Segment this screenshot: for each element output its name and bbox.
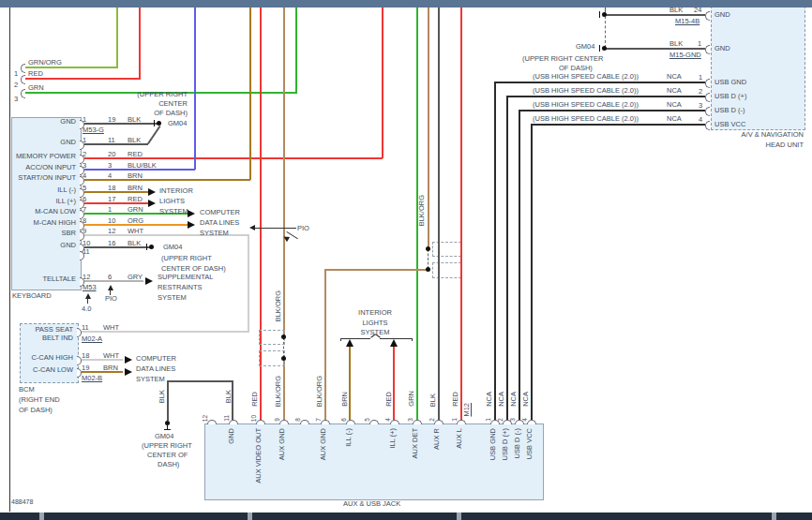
pio-arrow-line <box>255 228 296 229</box>
up-arrow-icon <box>390 339 398 347</box>
hu-pin-number: 24 <box>694 7 701 14</box>
bcm-title: (RIGHT END <box>19 396 60 404</box>
jack-pin-number: 8 <box>295 418 302 422</box>
jack-pin-bump <box>321 420 330 424</box>
usb-cable-note: (USB HIGH SPEED CABLE (2.0)) <box>533 115 639 123</box>
jack-pin-number: 1 <box>452 418 459 422</box>
edge-pin-bump <box>21 89 25 98</box>
wire-aux-gnd-9 <box>283 7 285 337</box>
kb-pin-label: GND <box>10 118 76 126</box>
wire-usb-d-plus <box>506 97 508 422</box>
wire-memory-power <box>382 7 383 158</box>
connector-m15-4b: M15-4B <box>675 18 699 25</box>
wire-color-label: NCA <box>667 115 682 123</box>
wire-jack-gnd <box>167 380 169 421</box>
jack-pin-bump <box>413 420 422 424</box>
interior-lights-system: LIGHTS <box>159 198 185 205</box>
wire-start-on-input <box>249 7 251 180</box>
kb-pin-label: START/ON INPUT <box>10 174 76 182</box>
usb-cable-note: (USB HIGH SPEED CABLE (2.0)) <box>533 101 639 109</box>
jack-pin-label: AUX L <box>456 428 463 449</box>
keyboard-title: KEYBOARD <box>12 292 52 300</box>
wire-gnd-16-blk <box>84 246 150 248</box>
hu-pin-number: 1 <box>698 40 701 48</box>
hu-pin-label: USB D (-) <box>714 107 745 114</box>
jack-pin-bump <box>527 420 536 424</box>
splice-tick <box>146 244 147 250</box>
jack-pin-number: 10 <box>251 415 258 422</box>
hu-pin-bump <box>705 79 710 88</box>
jack-pin-bump <box>346 420 355 424</box>
wire-red <box>139 7 141 80</box>
kb-pin-label: SBR <box>10 230 76 237</box>
brace <box>340 338 370 339</box>
gm04-location: (UPPER RIGHT <box>142 442 192 450</box>
window-bottom-bar[interactable] <box>0 513 812 520</box>
wire-color-label: BRN <box>341 392 349 407</box>
left-arrow-icon <box>249 225 255 230</box>
jack-pin-label: USB VCC <box>526 428 534 459</box>
connector-m12: M12 <box>463 403 471 417</box>
supplemental-restraints-system: RESTRAINTS <box>158 284 203 291</box>
wire-usb-d-plus <box>506 96 705 97</box>
hu-pin-number: 1 <box>699 74 702 82</box>
bcm-title: BCM <box>19 386 35 394</box>
jack-pin-number: 2 <box>498 418 504 422</box>
wire-gnd-diagonal <box>147 126 161 144</box>
edge-pin-number: 3 <box>14 96 18 103</box>
wire-sbr <box>248 234 249 332</box>
jack-pin-number: 7 <box>316 418 323 422</box>
jack-pin-label: USB D (-) <box>514 428 521 459</box>
wire-grn <box>295 7 297 94</box>
wire-mcan-high <box>84 224 188 226</box>
supplemental-restraints-system: SYSTEM <box>158 294 187 302</box>
wire-acc-on-input <box>84 169 195 171</box>
jack-pin-number: 3 <box>408 418 414 422</box>
system-arrow-icon <box>148 188 156 196</box>
gm04-splice-dot <box>602 46 607 51</box>
wire-color-label: NCA <box>510 392 518 407</box>
hu-pin-label: USB GND <box>714 79 746 86</box>
edge-pin-number: 2 <box>14 82 18 89</box>
jack-pin-bump <box>207 420 217 424</box>
wire-color-label: BLK <box>225 390 233 403</box>
usb-cable-note: (USB HIGH SPEED CABLE (2.0)) <box>533 73 639 81</box>
jack-pin-number: 3 <box>510 418 517 422</box>
edge-pin-bump <box>21 75 25 84</box>
wire-telltale <box>84 280 143 282</box>
system-arrow-icon <box>125 368 132 376</box>
wire-color-label: NCA <box>667 73 682 81</box>
wire-gnd-11-blk <box>84 143 148 145</box>
jack-pin-label: USB GND <box>489 428 497 460</box>
wire-color-label: BLK/ORG <box>418 195 426 226</box>
kb-pin-label: M-CAN HIGH <box>10 219 76 227</box>
hu-pin-number: 4 <box>699 116 702 124</box>
kb-pin-label: MEMORY POWER <box>10 153 76 160</box>
system-arrow-icon <box>188 210 195 217</box>
kb-pin-label: GND <box>10 242 76 249</box>
bcm-title: OF DASH) <box>19 407 53 414</box>
jack-pin-label: AUX R <box>433 428 441 450</box>
computer-data-lines-system: COMPUTER <box>200 209 240 216</box>
gm04-splice-dot <box>157 121 161 126</box>
kb-pin-number: 11 <box>83 248 90 256</box>
jack-pin-number: 9 <box>275 418 281 422</box>
gm04-splice-dot <box>602 12 607 17</box>
page-frame-line <box>9 7 10 512</box>
inline-connector-box <box>432 262 461 278</box>
splice-tick <box>599 45 600 52</box>
gm04-splice-label: GM04 <box>168 120 187 127</box>
computer-data-lines-system: DATA LINES <box>200 219 239 227</box>
wire-hu-gnd-24 <box>605 14 705 16</box>
pio-callout: PIO <box>297 225 309 232</box>
wire-color-label: GRN/ORG <box>28 59 62 67</box>
jack-pin-label: AUX GND <box>278 428 286 460</box>
gm04-location: CENTER OF DASH) <box>161 265 226 273</box>
wire-jack-gnd <box>167 380 233 382</box>
wire-start-on-input <box>84 179 250 181</box>
bar-tick <box>248 513 252 520</box>
bar-tick <box>772 513 776 520</box>
interior-lights-system: SYSTEM <box>159 208 188 215</box>
jack-pin-number: 5 <box>365 418 371 422</box>
kb-pin-label: M-CAN LOW <box>10 208 76 215</box>
